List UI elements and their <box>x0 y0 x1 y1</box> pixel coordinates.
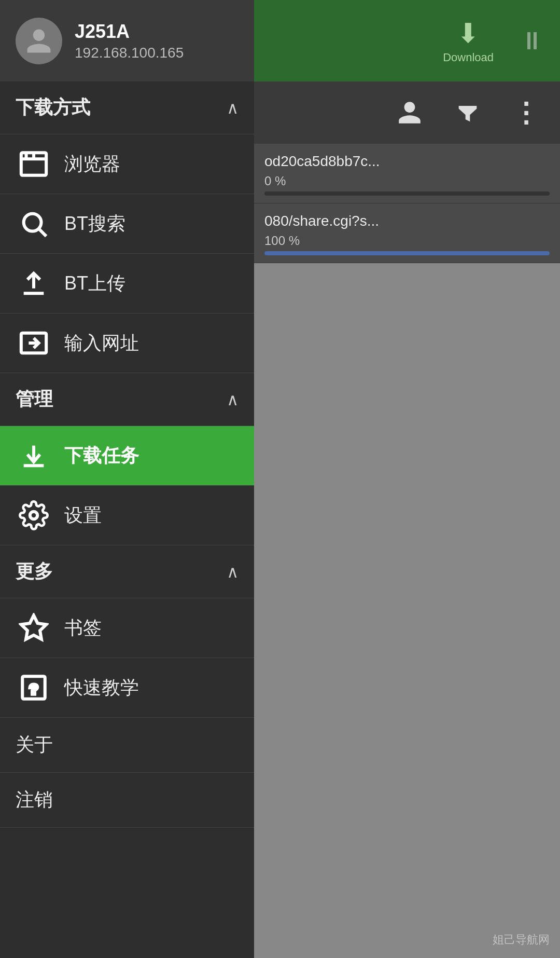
download-item-name: od20ca5d8bb7c... <box>264 153 550 170</box>
menu-item-bt-upload[interactable]: BT上传 <box>0 254 254 313</box>
input-url-label: 输入网址 <box>64 331 139 356</box>
bt-upload-label: BT上传 <box>64 271 125 296</box>
menu-item-bt-search[interactable]: BT搜索 <box>0 194 254 254</box>
menu-item-input-url[interactable]: 输入网址 <box>0 313 254 373</box>
browser-icon <box>16 146 52 182</box>
download-item[interactable]: od20ca5d8bb7c... 0 % <box>254 144 560 203</box>
download-method-chevron: ∧ <box>227 98 239 118</box>
download-icon: ⬇ <box>457 18 480 49</box>
input-url-icon <box>16 325 52 361</box>
progress-bar-bg <box>264 191 550 196</box>
menu-item-download-task[interactable]: 下载任务 <box>0 426 254 486</box>
about-item[interactable]: 关于 <box>0 718 254 773</box>
more-section-header[interactable]: 更多 ∧ <box>0 545 254 598</box>
tutorial-icon: ? <box>16 669 52 706</box>
progress-bar-bg <box>264 251 550 255</box>
filter-icon[interactable] <box>454 99 481 126</box>
download-method-section-header[interactable]: 下载方式 ∧ <box>0 81 254 134</box>
download-method-label: 下载方式 <box>16 95 90 120</box>
user-filter-icon[interactable] <box>396 99 423 126</box>
browser-label: 浏览器 <box>64 152 120 177</box>
manage-section-header[interactable]: 管理 ∧ <box>0 373 254 426</box>
progress-bar-fill <box>264 251 550 255</box>
svg-point-4 <box>24 214 41 231</box>
watermark: 姐己导航网 <box>493 932 550 948</box>
download-task-icon <box>16 437 52 474</box>
bookmarks-label: 书签 <box>64 615 102 641</box>
about-label: 关于 <box>16 734 53 755</box>
menu-item-tutorial[interactable]: ? 快速教学 <box>0 658 254 718</box>
bt-search-label: BT搜索 <box>64 211 125 237</box>
user-header: J251A 192.168.100.165 <box>0 0 254 81</box>
more-options-icon[interactable]: ⋮ <box>512 97 539 128</box>
download-task-label: 下载任务 <box>64 443 139 469</box>
bt-search-icon <box>16 206 52 242</box>
download-tab-label: Download <box>443 51 494 64</box>
svg-marker-13 <box>21 615 46 639</box>
pause-tab[interactable]: ⏸ <box>520 26 544 55</box>
download-item-percent: 100 % <box>264 234 300 248</box>
user-avatar-icon <box>24 26 53 56</box>
download-tab[interactable]: ⬇ Download <box>443 18 494 64</box>
logout-item[interactable]: 注销 <box>0 773 254 828</box>
menu-item-settings[interactable]: 设置 <box>0 486 254 545</box>
settings-icon <box>16 497 52 533</box>
bt-upload-icon <box>16 265 52 302</box>
svg-point-12 <box>30 512 38 519</box>
user-info: J251A 192.168.100.165 <box>75 21 184 61</box>
more-chevron: ∧ <box>227 562 239 582</box>
more-label: 更多 <box>16 559 53 584</box>
svg-text:?: ? <box>30 681 38 697</box>
user-ip: 192.168.100.165 <box>75 45 184 61</box>
avatar <box>16 18 62 64</box>
tutorial-label: 快速教学 <box>64 675 139 701</box>
sidebar: J251A 192.168.100.165 下载方式 ∧ 浏览器 BT搜索 <box>0 0 254 958</box>
manage-label: 管理 <box>16 387 53 412</box>
user-name: J251A <box>75 21 184 43</box>
logout-label: 注销 <box>16 789 53 810</box>
download-item-name: 080/share.cgi?s... <box>264 213 550 229</box>
settings-label: 设置 <box>64 503 102 528</box>
secondary-toolbar: ⋮ <box>254 81 560 144</box>
download-items-list: od20ca5d8bb7c... 0 % 080/share.cgi?s... … <box>254 144 560 263</box>
pause-icon: ⏸ <box>520 26 544 55</box>
bookmarks-icon <box>16 610 52 646</box>
manage-chevron: ∧ <box>227 390 239 409</box>
download-item[interactable]: 080/share.cgi?s... 100 % <box>254 203 560 263</box>
download-item-percent: 0 % <box>264 174 286 188</box>
menu-item-bookmarks[interactable]: 书签 <box>0 598 254 658</box>
svg-line-5 <box>39 229 46 236</box>
menu-item-browser[interactable]: 浏览器 <box>0 134 254 194</box>
